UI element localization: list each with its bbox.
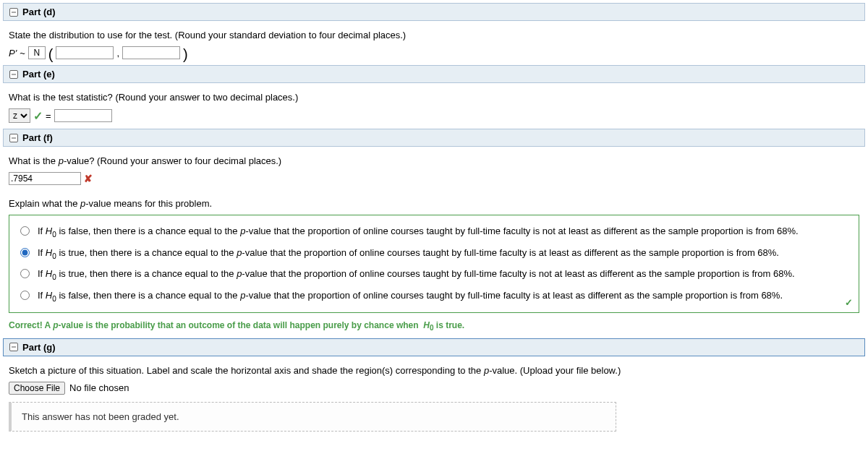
part-f-title: Part (f) — [22, 132, 53, 143]
mc-option-3[interactable]: If H0 is false, then there is a chance e… — [17, 286, 851, 307]
mc-label-0: If H0 is false, then there is a chance e… — [38, 226, 799, 239]
mc-label-2: If H0 is true, then there is a chance eq… — [38, 268, 795, 281]
p-prime-label: P' — [9, 48, 17, 59]
part-e-body: What is the test statistic? (Round your … — [3, 83, 865, 129]
p-value-input[interactable] — [9, 172, 81, 185]
check-icon: ✓ — [33, 109, 43, 123]
pvalue-prompt-suffix: -value? (Round your answer to four decim… — [64, 155, 281, 166]
part-f-header[interactable]: Part (f) — [3, 129, 865, 147]
collapse-icon[interactable] — [9, 134, 18, 142]
explain-prefix: Explain what the — [9, 198, 80, 209]
part-g-header[interactable]: Part (g) — [3, 338, 865, 356]
dist-type-input[interactable] — [28, 46, 46, 59]
equals-label: = — [46, 111, 51, 121]
mc-label-3: If H0 is false, then there is a chance e… — [38, 290, 783, 303]
file-input-row: Choose File No file chosen — [9, 382, 859, 395]
not-graded-text: This answer has not been graded yet. — [22, 411, 179, 422]
close-paren: ) — [183, 49, 188, 59]
tilde-label: ~ — [20, 48, 25, 59]
distribution-row: P' ~ ( , ) — [9, 46, 859, 59]
grading-status-box: This answer has not been graded yet. — [9, 402, 616, 432]
part-g-body: Sketch a picture of this situation. Labe… — [3, 356, 865, 437]
stat-type-select[interactable]: z — [9, 108, 30, 123]
explain-prompt: Explain what the p-value means for this … — [9, 198, 859, 209]
part-g-title: Part (g) — [22, 342, 56, 353]
mc-radio-1[interactable] — [20, 248, 30, 257]
part-d-title: Part (d) — [22, 7, 56, 17]
part-e-header[interactable]: Part (e) — [3, 65, 865, 83]
p-value-row: ✘ — [9, 172, 859, 185]
mc-radio-0[interactable] — [20, 226, 30, 236]
no-file-label: No file chosen — [69, 382, 129, 393]
p-italic: p — [59, 155, 64, 166]
mc-radio-3[interactable] — [20, 291, 30, 300]
mc-radio-2[interactable] — [20, 269, 30, 278]
sd-input[interactable] — [122, 46, 180, 59]
mc-container: If H0 is false, then there is a chance e… — [9, 215, 859, 313]
comma-label: , — [116, 48, 119, 59]
collapse-icon[interactable] — [9, 70, 18, 79]
test-stat-row: z ✓ = — [9, 108, 859, 123]
part-g-prompt: Sketch a picture of this situation. Labe… — [9, 365, 859, 376]
mc-option-0[interactable]: If H0 is false, then there is a chance e… — [17, 221, 851, 243]
mc-label-1: If H0 is true, then there is a chance eq… — [38, 247, 779, 260]
pvalue-prompt-prefix: What is the — [9, 155, 59, 166]
part-e-prompt: What is the test statistic? (Round your … — [9, 92, 859, 103]
part-d-header[interactable]: Part (d) — [3, 3, 865, 21]
mc-check-icon: ✓ — [845, 297, 853, 308]
part-d-body: State the distribution to use for the te… — [3, 21, 865, 65]
stat-value-input[interactable] — [54, 109, 112, 122]
mc-option-1[interactable]: If H0 is true, then there is a chance eq… — [17, 243, 851, 265]
mean-input[interactable] — [56, 46, 114, 59]
open-paren: ( — [48, 49, 54, 59]
part-f-prompt: What is the p-value? (Round your answer … — [9, 155, 859, 166]
mc-option-2[interactable]: If H0 is true, then there is a chance eq… — [17, 264, 851, 286]
explain-suffix: -value means for this problem. — [85, 198, 212, 209]
collapse-icon[interactable] — [9, 343, 18, 351]
correct-feedback: Correct! A p-value is the probability th… — [9, 320, 859, 332]
part-f-body: What is the p-value? (Round your answer … — [3, 147, 865, 338]
choose-file-button[interactable]: Choose File — [9, 382, 65, 395]
part-d-prompt: State the distribution to use for the te… — [9, 30, 859, 40]
collapse-icon[interactable] — [9, 8, 18, 17]
part-e-title: Part (e) — [22, 69, 55, 80]
x-icon: ✘ — [84, 173, 93, 184]
